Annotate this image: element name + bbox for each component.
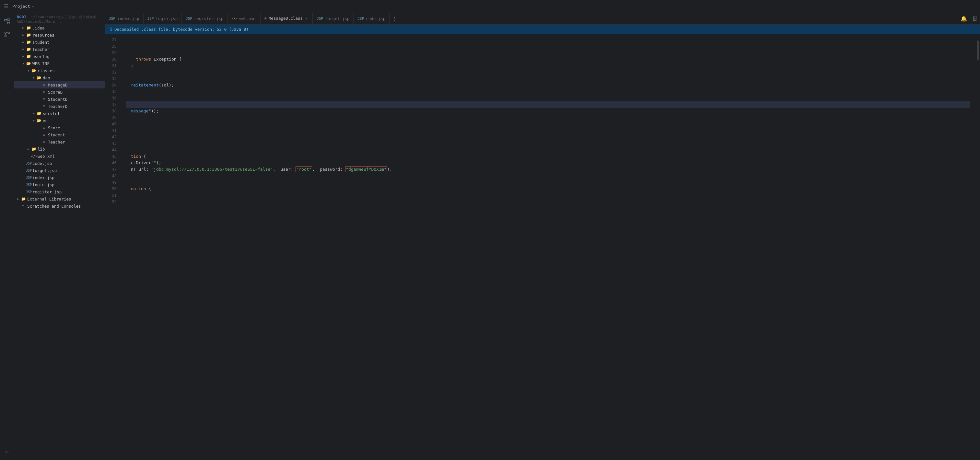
class-icon-Teacher: ⊙: [41, 140, 47, 144]
root-header: ROOT ~/Downloads/铁人三项第一届长城杯半AWD/tomcatEd…: [14, 13, 105, 24]
tree-item-webinf[interactable]: ▼ 📂 WEB-INF: [14, 60, 105, 67]
code-editor[interactable]: throws Exception { ; reStatement(sql); m…: [121, 34, 975, 460]
tab-overflow-button[interactable]: ⋮: [390, 16, 399, 21]
title-bar: ☰ Project ▾: [0, 0, 980, 13]
tab-webxml[interactable]: </> web.xml: [228, 13, 261, 25]
tree-item-scratches[interactable]: ≡ Scratches and Consoles: [14, 203, 105, 209]
tree-item-vo[interactable]: ▼ 📂 vo: [14, 117, 105, 124]
code-line-50: eption {: [126, 186, 970, 192]
tree-item-Student[interactable]: ⊙ Student: [14, 131, 105, 138]
svg-point-7: [5, 35, 6, 37]
tab-close-MessageD[interactable]: ✕: [305, 16, 309, 21]
tab-icon-registerjsp: JSP: [186, 16, 192, 21]
label-extlibs: External Libraries: [27, 197, 71, 201]
jsp-icon-indexjsp: JSP: [26, 176, 31, 179]
tree-item-dao[interactable]: ▼ 📂 dao: [14, 74, 105, 81]
code-line-33: [126, 76, 970, 82]
activity-bar: ⋯: [0, 13, 14, 460]
code-line-34: reStatement(sql);: [126, 82, 970, 89]
tab-indexjsp[interactable]: JSP index.jsp: [105, 13, 143, 25]
svg-point-6: [8, 32, 10, 34]
label-lib: lib: [38, 147, 45, 152]
tree-item-registerjsp[interactable]: JSP register.jsp: [14, 188, 105, 195]
tab-registerjsp[interactable]: JSP register.jsp: [182, 13, 228, 25]
class-icon-StudentD: ⊙: [41, 97, 47, 102]
tree-item-resources[interactable]: ▶ 📁 resources: [14, 32, 105, 38]
tree-item-Score[interactable]: ⊙ Score: [14, 124, 105, 131]
label-TeacherD: TeacherD: [48, 104, 67, 109]
jsp-icon-forgetjsp: JSP: [26, 169, 31, 172]
tree-item-servlet[interactable]: ▶ 📁 servlet: [14, 110, 105, 117]
code-line-28: [126, 43, 970, 49]
arrow-classes: ▼: [26, 69, 31, 72]
project-tree-icon[interactable]: [1, 16, 13, 27]
code-line-45: tion {: [126, 153, 970, 160]
code-line-52: [126, 198, 970, 205]
label-resources: resources: [32, 33, 54, 38]
main-layout: ⋯ ROOT ~/Downloads/铁人三项第一届长城杯半AWD/tomcat…: [0, 13, 980, 460]
tab-codejsp[interactable]: JSP code.jsp: [353, 13, 390, 25]
root-path: ~/Downloads/铁人三项第一届长城杯半AWD/tomcatEduMana…: [17, 15, 97, 23]
class-icon-Score: ⊙: [41, 125, 47, 130]
tab-forgetjsp[interactable]: JSP forget.jsp: [313, 13, 353, 25]
label-indexjsp: index.jsp: [32, 175, 54, 180]
project-chevron: ▾: [32, 5, 34, 8]
tree-item-indexjsp[interactable]: JSP index.jsp: [14, 174, 105, 181]
label-teacher: teacher: [32, 47, 49, 52]
tree-item-codejsp[interactable]: JSP code.jsp: [14, 160, 105, 167]
svg-rect-0: [5, 19, 7, 21]
tree-item-idea[interactable]: ▶ 📁 .idea: [14, 24, 105, 32]
tree-item-ScoreD[interactable]: ⊙ ScoreD: [14, 89, 105, 95]
arrow-vo: ▼: [31, 119, 36, 122]
arrow-servlet: ▶: [31, 112, 36, 115]
database-icon[interactable]: 🗄: [970, 16, 980, 22]
folder-icon-vo: 📂: [36, 118, 41, 123]
label-registerjsp: register.jsp: [32, 189, 62, 194]
tab-MessageD[interactable]: ⊙ MessageD.class ✕: [261, 13, 313, 25]
code-line-51: [126, 192, 970, 198]
label-servlet: servlet: [43, 111, 60, 116]
tree-item-student[interactable]: ▶ 📁 student: [14, 38, 105, 46]
code-line-29: [126, 49, 970, 56]
class-icon-TeacherD: ⊙: [41, 104, 47, 108]
svg-point-5: [5, 32, 6, 34]
tab-loginjsp[interactable]: JSP login.jsp: [143, 13, 182, 25]
tab-label-registerjsp: register.jsp: [194, 16, 223, 21]
code-line-27: [126, 36, 970, 43]
folder-icon-lib: 📁: [31, 147, 36, 151]
label-forgetjsp: forget.jsp: [32, 168, 57, 173]
arrow-teacher: ▶: [21, 48, 26, 51]
tab-icon-forgetjsp: JSP: [317, 16, 323, 21]
tree-item-MessageD[interactable]: ⊙ MessageD: [14, 81, 105, 89]
folder-icon-resources: 📁: [26, 33, 31, 37]
git-icon[interactable]: [1, 29, 13, 40]
label-ScoreD: ScoreD: [48, 90, 62, 95]
label-webxml: web.xml: [38, 154, 55, 159]
code-line-47: n( url: "jdbc:mysql://127.0.0.1:3306/tes…: [126, 166, 970, 173]
tree-item-lib[interactable]: ▶ 📁 lib: [14, 146, 105, 152]
code-line-40: [126, 121, 970, 127]
tree-item-forgetjsp[interactable]: JSP forget.jsp: [14, 167, 105, 174]
tree-item-Teacher[interactable]: ⊙ Teacher: [14, 138, 105, 146]
notifications-icon[interactable]: 🔔: [958, 16, 970, 22]
tree-item-teacher[interactable]: ▶ 📁 teacher: [14, 46, 105, 53]
project-selector[interactable]: ☰ Project ▾: [4, 3, 34, 10]
more-tools-icon[interactable]: ⋯: [1, 446, 13, 457]
code-line-48: [126, 173, 970, 179]
tree-item-extlibs[interactable]: ▶ 📁 External Libraries: [14, 195, 105, 203]
code-line-44: [126, 147, 970, 153]
label-student: student: [32, 40, 49, 45]
label-dao: dao: [43, 76, 50, 80]
tree-item-TeacherD[interactable]: ⊙ TeacherD: [14, 103, 105, 110]
scrollbar-thumb[interactable]: [977, 41, 979, 60]
tree-item-webxml[interactable]: </> web.xml: [14, 152, 105, 160]
svg-rect-2: [8, 22, 10, 24]
tree-item-classes[interactable]: ▼ 📂 classes: [14, 67, 105, 74]
tree-item-loginjsp[interactable]: JSP login.jsp: [14, 181, 105, 188]
folder-icon-student: 📁: [26, 40, 31, 44]
xml-icon-webxml: </>: [31, 154, 36, 159]
decompile-banner: ℹ Decompiled .class file, bytecode versi…: [105, 25, 980, 34]
tree-item-StudentD[interactable]: ⊙ StudentD: [14, 95, 105, 103]
tree-item-userImg[interactable]: ▶ 📁 userImg: [14, 53, 105, 60]
label-userImg: userImg: [32, 54, 49, 59]
